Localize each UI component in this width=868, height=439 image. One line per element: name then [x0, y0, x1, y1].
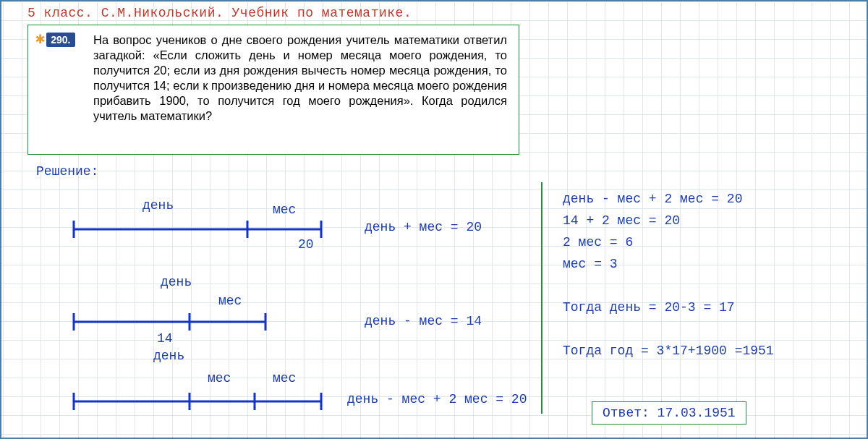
calc-l2: 14 + 2 мес = 20 [563, 213, 680, 228]
calc-l3: 2 мес = 6 [563, 235, 633, 250]
eq-2: день - мес = 14 [365, 314, 482, 328]
d2-day-top: день [161, 275, 192, 289]
d1-day: день [142, 198, 174, 213]
problem-number: 290. [46, 33, 75, 47]
eq-1: день + мес = 20 [365, 220, 482, 234]
calc-l6: Тогда год = 3*17+1900 =1951 [563, 344, 774, 358]
d2-fourteen: 14 [157, 331, 173, 346]
diagram-1 [74, 215, 334, 244]
d3-month-2: мес [273, 371, 296, 385]
page-title: 5 класс. С.М.Никольский. Учебник по мате… [27, 6, 412, 20]
calc-l4: мес = 3 [563, 257, 618, 271]
calc-l1: день - мес + 2 мес = 20 [563, 192, 742, 206]
d1-twenty: 20 [298, 237, 314, 252]
problem-box: ✱ 290. На вопрос учеников о дне своего р… [27, 25, 519, 155]
d3-month-1: мес [208, 371, 231, 385]
d2-month: мес [218, 294, 242, 308]
d1-month: мес [273, 203, 296, 217]
diagram-2 [74, 307, 291, 336]
solution-title: Решение: [36, 164, 98, 179]
star-icon: ✱ [35, 33, 45, 47]
eq-3: день - мес + 2 мес = 20 [347, 392, 527, 406]
d2-day-bottom: день [153, 349, 184, 363]
column-divider [541, 182, 542, 414]
answer-box: Ответ: 17.03.1951 [592, 401, 746, 425]
problem-text: На вопрос учеников о дне своего рождения… [93, 33, 507, 124]
calc-l5: Тогда день = 20-3 = 17 [563, 300, 735, 315]
diagram-3 [74, 387, 334, 416]
